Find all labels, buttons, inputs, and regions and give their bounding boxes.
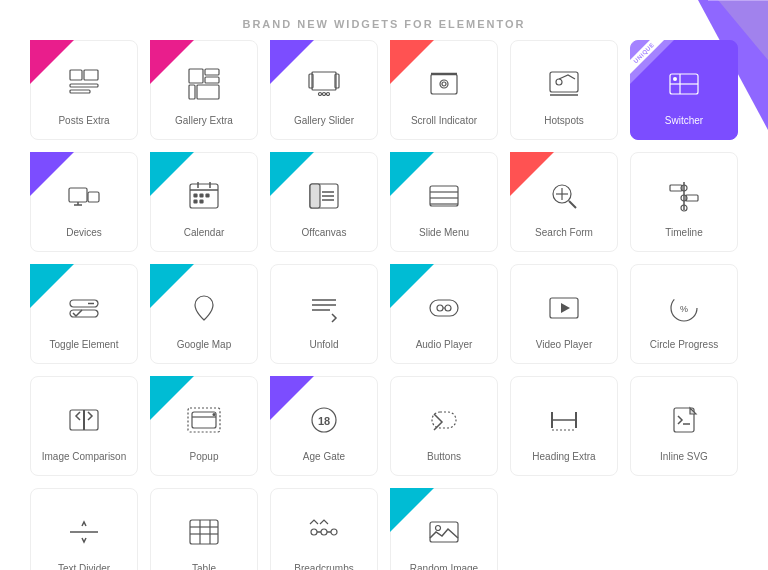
popup-label: Popup: [190, 450, 219, 463]
widget-text-divider[interactable]: Text Divider: [30, 488, 138, 570]
widget-devices[interactable]: Devices: [30, 152, 138, 252]
widget-inline-svg[interactable]: Inline SVG: [630, 376, 738, 476]
breadcrumbs-label: Breadcrumbs: [294, 562, 353, 570]
widget-gallery-extra[interactable]: Gallery Extra: [150, 40, 258, 140]
svg-line-52: [569, 201, 576, 208]
calendar-icon: [182, 174, 226, 218]
breadcrumbs-icon: [302, 510, 346, 554]
svg-rect-78: [192, 412, 216, 428]
svg-rect-39: [206, 194, 209, 197]
widget-slide-menu[interactable]: Slide Menu: [390, 152, 498, 252]
widget-image-comparison[interactable]: Image Comparison: [30, 376, 138, 476]
widget-posts-extra[interactable]: Posts Extra: [30, 40, 138, 140]
svg-point-20: [440, 80, 448, 88]
widget-age-gate[interactable]: 18 Age Gate: [270, 376, 378, 476]
widget-audio-player[interactable]: Audio Player: [390, 264, 498, 364]
slide-menu-icon: [422, 174, 466, 218]
gallery-slider-icon: [302, 62, 346, 106]
widget-buttons[interactable]: Buttons: [390, 376, 498, 476]
widget-calendar[interactable]: Calendar: [150, 152, 258, 252]
svg-point-70: [445, 305, 451, 311]
svg-point-23: [556, 79, 562, 85]
svg-rect-3: [70, 70, 82, 80]
table-icon: [182, 510, 226, 554]
widget-search-form[interactable]: Search Form: [510, 152, 618, 252]
audio-player-label: Audio Player: [416, 338, 473, 351]
widget-table[interactable]: Table: [150, 488, 258, 570]
toggle-element-label: Toggle Element: [50, 338, 119, 351]
svg-rect-9: [205, 77, 219, 83]
svg-rect-40: [194, 200, 197, 203]
svg-text:%: %: [680, 304, 688, 314]
offcanvas-icon: [302, 174, 346, 218]
svg-rect-8: [205, 69, 219, 75]
svg-rect-11: [197, 85, 219, 99]
widget-breadcrumbs[interactable]: Breadcrumbs: [270, 488, 378, 570]
widget-timeline[interactable]: Timeline: [630, 152, 738, 252]
svg-rect-29: [69, 188, 87, 202]
svg-point-69: [437, 305, 443, 311]
gallery-extra-icon: [182, 62, 226, 106]
widget-scroll-indicator[interactable]: Scroll Indicator: [390, 40, 498, 140]
svg-point-103: [436, 526, 441, 531]
scroll-indicator-label: Scroll Indicator: [411, 114, 477, 127]
widget-toggle-element[interactable]: Toggle Element: [30, 264, 138, 364]
svg-rect-84: [432, 412, 456, 428]
google-map-icon: [182, 286, 226, 330]
image-comparison-label: Image Comparison: [42, 450, 126, 463]
widget-hotspots[interactable]: Hotspots: [510, 40, 618, 140]
gallery-slider-label: Gallery Slider: [294, 114, 354, 127]
widget-popup[interactable]: Popup: [150, 376, 258, 476]
svg-rect-7: [189, 69, 203, 83]
google-map-label: Google Map: [177, 338, 231, 351]
svg-point-99: [321, 529, 327, 535]
widget-unfold[interactable]: Unfold: [270, 264, 378, 364]
widget-circle-progress[interactable]: % Circle Progress: [630, 264, 738, 364]
svg-point-64: [201, 302, 208, 309]
svg-rect-5: [70, 90, 90, 93]
svg-point-101: [331, 529, 337, 535]
svg-rect-102: [430, 522, 458, 542]
devices-label: Devices: [66, 226, 102, 239]
circle-progress-label: Circle Progress: [650, 338, 718, 351]
svg-rect-47: [430, 186, 458, 206]
table-label: Table: [192, 562, 216, 570]
age-gate-icon: 18: [302, 398, 346, 442]
widget-random-image[interactable]: Random Image: [390, 488, 498, 570]
svg-point-28: [673, 77, 677, 81]
switcher-label: Switcher: [665, 114, 703, 127]
widget-heading-extra[interactable]: Heading Extra: [510, 376, 618, 476]
inline-svg-icon: [662, 398, 706, 442]
image-comparison-icon: [62, 398, 106, 442]
buttons-label: Buttons: [427, 450, 461, 463]
widget-video-player[interactable]: Video Player: [510, 264, 618, 364]
svg-rect-30: [88, 192, 99, 202]
svg-point-15: [319, 93, 322, 96]
svg-point-21: [442, 82, 446, 86]
svg-point-80: [213, 413, 216, 416]
widget-offcanvas[interactable]: Offcanvas: [270, 152, 378, 252]
buttons-icon: [422, 398, 466, 442]
posts-extra-label: Posts Extra: [58, 114, 109, 127]
svg-rect-59: [686, 195, 698, 201]
switcher-icon: [662, 62, 706, 106]
widget-gallery-slider[interactable]: Gallery Slider: [270, 40, 378, 140]
devices-icon: [62, 174, 106, 218]
scroll-indicator-icon: [422, 62, 466, 106]
toggle-element-icon: [62, 286, 106, 330]
hotspots-icon: [542, 62, 586, 106]
svg-rect-18: [431, 74, 457, 94]
timeline-label: Timeline: [665, 226, 702, 239]
heading-extra-label: Heading Extra: [532, 450, 595, 463]
widget-switcher[interactable]: Switcher: [630, 40, 738, 140]
circle-progress-icon: %: [662, 286, 706, 330]
unfold-label: Unfold: [310, 338, 339, 351]
text-divider-label: Text Divider: [58, 562, 110, 570]
svg-marker-73: [561, 303, 570, 313]
text-divider-icon: [62, 510, 106, 554]
svg-rect-92: [190, 520, 218, 544]
widget-google-map[interactable]: Google Map: [150, 264, 258, 364]
svg-rect-22: [550, 72, 578, 92]
svg-rect-10: [189, 85, 195, 99]
svg-text:18: 18: [318, 415, 330, 427]
